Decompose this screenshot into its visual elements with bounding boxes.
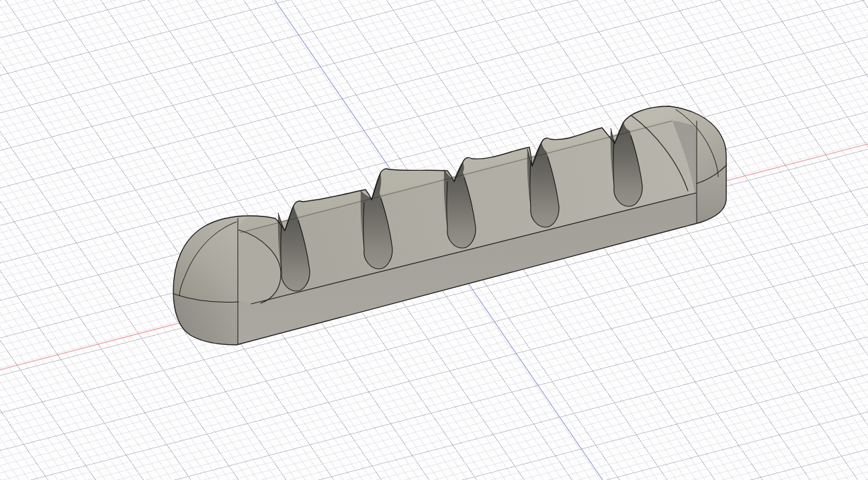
- model-cable-organizer[interactable]: [173, 106, 726, 345]
- cad-viewport[interactable]: [0, 0, 868, 480]
- scene-svg: [0, 0, 868, 480]
- left-cap-dome[interactable]: [173, 216, 250, 302]
